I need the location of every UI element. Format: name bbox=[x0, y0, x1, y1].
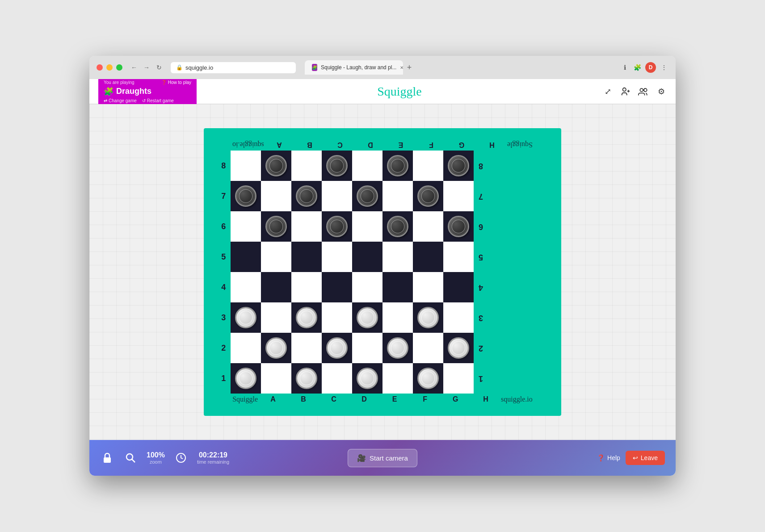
info-icon[interactable]: ℹ bbox=[620, 63, 629, 72]
how-to-play-link[interactable]: ❓ How to play bbox=[161, 80, 191, 85]
cell-e3[interactable] bbox=[352, 302, 382, 333]
cell-b7[interactable] bbox=[261, 181, 291, 211]
collapse-icon[interactable]: ⤢ bbox=[602, 86, 613, 97]
back-button[interactable]: ← bbox=[130, 63, 139, 72]
cell-c7[interactable] bbox=[291, 181, 322, 211]
cell-d2[interactable] bbox=[322, 333, 352, 363]
refresh-button[interactable]: ↻ bbox=[155, 63, 164, 72]
cell-h5[interactable] bbox=[443, 242, 474, 272]
cell-e4[interactable] bbox=[352, 272, 382, 302]
cell-c1[interactable] bbox=[291, 363, 322, 394]
cell-d8[interactable] bbox=[322, 151, 352, 181]
cell-d3[interactable] bbox=[322, 302, 352, 333]
cell-h6[interactable] bbox=[443, 211, 474, 242]
cell-c6[interactable] bbox=[291, 211, 322, 242]
add-person-icon[interactable] bbox=[620, 86, 631, 97]
cell-f6[interactable] bbox=[382, 211, 413, 242]
cell-g2[interactable] bbox=[413, 333, 443, 363]
cell-f1[interactable] bbox=[382, 363, 413, 394]
cell-b4[interactable] bbox=[261, 272, 291, 302]
browser-actions: ℹ 🧩 D ⋮ bbox=[620, 62, 668, 73]
extensions-icon[interactable]: 🧩 bbox=[633, 63, 642, 72]
cell-h8[interactable] bbox=[443, 151, 474, 181]
cell-g1[interactable] bbox=[413, 363, 443, 394]
cell-d1[interactable] bbox=[322, 363, 352, 394]
cell-g6[interactable] bbox=[413, 211, 443, 242]
lock-icon[interactable] bbox=[100, 451, 114, 465]
cell-b1[interactable] bbox=[261, 363, 291, 394]
col-label-top-h: H bbox=[477, 141, 507, 149]
cell-h3[interactable] bbox=[443, 302, 474, 333]
cell-c5[interactable] bbox=[291, 242, 322, 272]
cell-d4[interactable] bbox=[322, 272, 352, 302]
cell-g4[interactable] bbox=[413, 272, 443, 302]
active-tab[interactable]: 🧩 Squiggle - Laugh, draw and pl... ✕ bbox=[305, 60, 403, 75]
start-camera-button[interactable]: 🎥 Start camera bbox=[348, 449, 417, 467]
forward-button[interactable]: → bbox=[142, 63, 151, 72]
cell-b8[interactable] bbox=[261, 151, 291, 181]
cell-g5[interactable] bbox=[413, 242, 443, 272]
cell-h4[interactable] bbox=[443, 272, 474, 302]
cell-a8[interactable] bbox=[231, 151, 261, 181]
close-button[interactable] bbox=[97, 64, 103, 71]
cell-g8[interactable] bbox=[413, 151, 443, 181]
cell-b3[interactable] bbox=[261, 302, 291, 333]
cell-f8[interactable] bbox=[382, 151, 413, 181]
settings-icon[interactable]: ⚙ bbox=[656, 86, 667, 97]
cell-d7[interactable] bbox=[322, 181, 352, 211]
cell-g3[interactable] bbox=[413, 302, 443, 333]
cell-b2[interactable] bbox=[261, 333, 291, 363]
piece-b6 bbox=[265, 216, 287, 237]
menu-icon[interactable]: ⋮ bbox=[660, 63, 668, 72]
cell-h7[interactable] bbox=[443, 181, 474, 211]
board-row-4: 4 4 bbox=[216, 272, 549, 302]
cell-e8[interactable] bbox=[352, 151, 382, 181]
cell-f2[interactable] bbox=[382, 333, 413, 363]
address-bar[interactable]: 🔒 squiggle.io bbox=[171, 62, 296, 73]
maximize-button[interactable] bbox=[116, 64, 122, 71]
cell-h1[interactable] bbox=[443, 363, 474, 394]
cell-b6[interactable] bbox=[261, 211, 291, 242]
cell-f5[interactable] bbox=[382, 242, 413, 272]
change-game-button[interactable]: ⇄ Change game bbox=[104, 98, 137, 103]
cell-a3[interactable] bbox=[231, 302, 261, 333]
browser-nav: ← → ↻ bbox=[130, 63, 164, 72]
cell-a2[interactable] bbox=[231, 333, 261, 363]
cell-e6[interactable] bbox=[352, 211, 382, 242]
cell-f3[interactable] bbox=[382, 302, 413, 333]
search-icon[interactable] bbox=[123, 451, 138, 465]
leave-button[interactable]: ↩ Leave bbox=[626, 451, 665, 465]
cell-a5[interactable] bbox=[231, 242, 261, 272]
col-label-top-a: A bbox=[264, 141, 294, 149]
brand-bottom-left: Squiggle bbox=[232, 395, 258, 403]
group-icon[interactable] bbox=[638, 86, 649, 97]
cell-d5[interactable] bbox=[322, 242, 352, 272]
cell-a7[interactable] bbox=[231, 181, 261, 211]
col-label-top-g: G bbox=[446, 141, 477, 149]
cell-f7[interactable] bbox=[382, 181, 413, 211]
board-row-8: 8 bbox=[216, 151, 549, 181]
cell-a4[interactable] bbox=[231, 272, 261, 302]
minimize-button[interactable] bbox=[106, 64, 113, 71]
cell-a6[interactable] bbox=[231, 211, 261, 242]
playing-label: You are playing bbox=[104, 80, 135, 85]
cell-g7[interactable] bbox=[413, 181, 443, 211]
cell-c4[interactable] bbox=[291, 272, 322, 302]
help-button[interactable]: ❓ Help bbox=[597, 454, 620, 461]
cell-c2[interactable] bbox=[291, 333, 322, 363]
cell-h2[interactable] bbox=[443, 333, 474, 363]
restart-game-button[interactable]: ↺ Restart game bbox=[142, 98, 174, 103]
cell-d6[interactable] bbox=[322, 211, 352, 242]
cell-e1[interactable] bbox=[352, 363, 382, 394]
cell-e5[interactable] bbox=[352, 242, 382, 272]
cell-f4[interactable] bbox=[382, 272, 413, 302]
cell-e2[interactable] bbox=[352, 333, 382, 363]
cell-b5[interactable] bbox=[261, 242, 291, 272]
cell-c3[interactable] bbox=[291, 302, 322, 333]
new-tab-button[interactable]: + bbox=[403, 61, 416, 74]
board-row-3: 3 bbox=[216, 302, 549, 333]
cell-a1[interactable] bbox=[231, 363, 261, 394]
cell-c8[interactable] bbox=[291, 151, 322, 181]
cell-e7[interactable] bbox=[352, 181, 382, 211]
user-avatar[interactable]: D bbox=[645, 62, 656, 73]
